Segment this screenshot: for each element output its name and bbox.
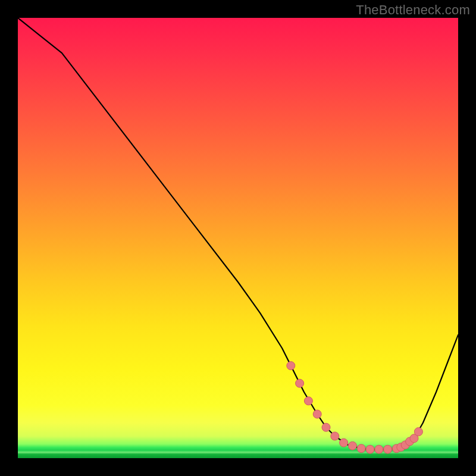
data-marker — [331, 432, 339, 440]
data-marker — [313, 410, 321, 418]
curve-line — [18, 18, 458, 449]
watermark-text: TheBottleneck.com — [356, 2, 470, 18]
data-marker — [348, 441, 356, 450]
curve-markers — [287, 362, 423, 454]
data-marker — [340, 439, 348, 447]
data-marker — [384, 445, 392, 453]
data-marker — [366, 445, 374, 453]
data-marker — [357, 444, 365, 453]
chart-stage: TheBottleneck.com — [0, 0, 476, 476]
data-marker — [375, 445, 383, 453]
data-marker — [304, 397, 312, 405]
data-marker — [296, 379, 304, 387]
curve-layer — [18, 18, 458, 458]
data-marker — [414, 428, 422, 436]
data-marker — [322, 423, 330, 431]
plot-area — [18, 18, 458, 458]
data-marker — [287, 362, 295, 370]
